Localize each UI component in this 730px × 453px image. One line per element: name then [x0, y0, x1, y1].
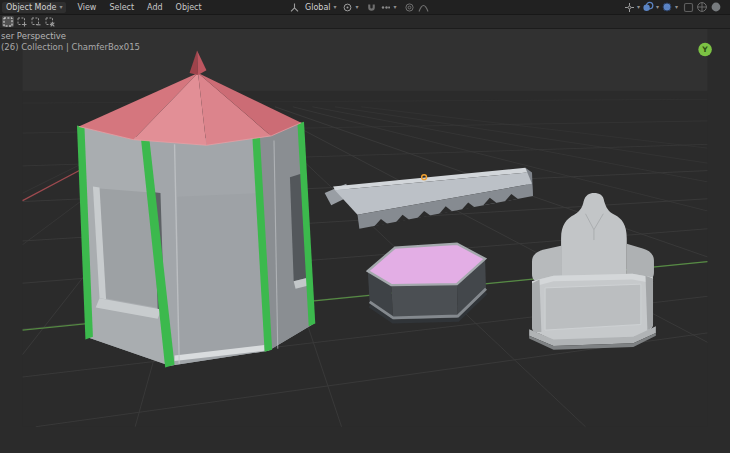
select-mode-set-icon[interactable]	[2, 16, 14, 27]
chevron-down-icon: ▾	[334, 4, 337, 10]
falloff-curve-icon[interactable]	[418, 2, 429, 13]
tool-settings-bar	[0, 15, 730, 29]
chevron-down-icon: ▾	[59, 4, 62, 10]
orientation-label: Global	[305, 3, 331, 12]
menu-add[interactable]: Add	[145, 3, 165, 12]
shading-solid-icon[interactable]	[710, 1, 722, 13]
snap-target-icon[interactable]	[380, 2, 391, 13]
orientation-dropdown[interactable]: Global ▾	[303, 3, 339, 12]
mode-dropdown[interactable]: Object Mode ▾	[2, 2, 66, 13]
orientation-axes-icon[interactable]	[289, 2, 300, 13]
proportional-editing-icon[interactable]	[404, 2, 415, 13]
gizmo-icon[interactable]	[624, 2, 635, 13]
render-box-icon[interactable]	[683, 2, 694, 13]
shading-wireframe-icon[interactable]	[696, 1, 708, 13]
viewport-3d[interactable]: Y	[0, 28, 730, 453]
chevron-down-icon[interactable]: ▾	[656, 4, 659, 10]
pivot-point-icon[interactable]	[342, 2, 353, 13]
nav-gizmo-y-axis[interactable]: Y	[698, 43, 712, 57]
xray-icon[interactable]	[661, 1, 673, 13]
chevron-down-icon[interactable]: ▾	[675, 4, 678, 10]
planter-side	[391, 284, 458, 320]
nav-gizmo-axis-label: Y	[701, 45, 708, 54]
planter-object[interactable]	[368, 244, 486, 322]
blender-window: { "header": { "mode": "Object Mode", "me…	[0, 0, 730, 453]
select-mode-subtract-icon[interactable]	[30, 16, 42, 27]
select-mode-extend-icon[interactable]	[16, 16, 28, 27]
menu-view[interactable]: View	[75, 3, 98, 12]
chevron-down-icon[interactable]: ▾	[637, 4, 640, 10]
mode-dropdown-label: Object Mode	[6, 3, 56, 12]
viewport-header: Object Mode ▾ View Select Add Object Glo…	[0, 0, 730, 15]
overlays-icon[interactable]	[642, 1, 654, 13]
select-mode-invert-icon[interactable]	[44, 16, 56, 27]
menu-object[interactable]: Object	[174, 3, 204, 12]
kiosk-door	[177, 193, 265, 355]
menu-select[interactable]: Select	[107, 3, 136, 12]
bench-basin-panel	[545, 284, 641, 330]
magnet-snap-icon[interactable]	[366, 2, 377, 13]
chevron-down-icon[interactable]: ▾	[356, 4, 359, 10]
viewport-sky	[23, 28, 708, 94]
chevron-down-icon[interactable]: ▾	[394, 4, 397, 10]
